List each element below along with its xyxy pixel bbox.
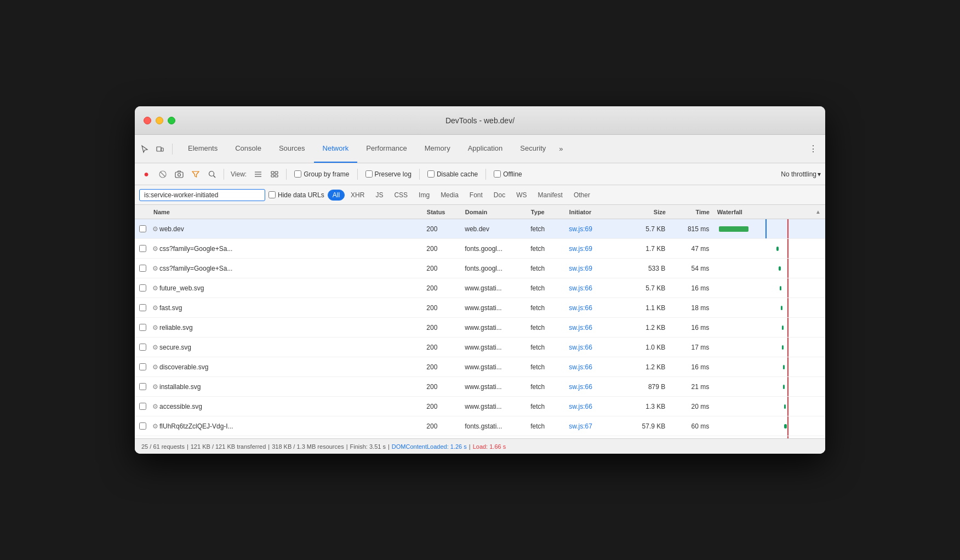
minimize-button[interactable]: [156, 117, 163, 124]
table-row[interactable]: ⚙ discoverable.svg 200 www.gstati... fet…: [135, 357, 825, 377]
col-waterfall-header[interactable]: Waterfall ▲: [714, 209, 825, 215]
col-status-header[interactable]: Status: [424, 209, 462, 215]
row-initiator-cell[interactable]: sw.js:66: [565, 383, 626, 391]
row-initiator-cell[interactable]: sw.js:66: [565, 284, 626, 292]
record-button[interactable]: ●: [139, 167, 153, 181]
disable-cache-checkbox[interactable]: [427, 170, 435, 178]
row-initiator-cell[interactable]: sw.js:69: [565, 265, 626, 272]
row-checkbox-cell[interactable]: [135, 245, 151, 252]
row-name-cell[interactable]: ⚙ accessible.svg: [151, 403, 423, 410]
tab-elements[interactable]: Elements: [179, 135, 226, 163]
col-name-header[interactable]: Name: [151, 209, 424, 215]
row-name-cell[interactable]: ⚙ flUhRq6tzZclQEJ-Vdg-I...: [151, 422, 423, 430]
row-checkbox-cell[interactable]: [135, 265, 151, 272]
tab-network[interactable]: Network: [314, 135, 358, 163]
tree-view-button[interactable]: [267, 167, 282, 181]
filter-media-button[interactable]: Media: [436, 190, 464, 201]
throttling-select[interactable]: No throttling ▾: [781, 170, 821, 178]
filter-manifest-button[interactable]: Manifest: [533, 190, 568, 201]
col-domain-header[interactable]: Domain: [462, 209, 528, 215]
disable-cache-checkbox-group[interactable]: Disable cache: [427, 170, 478, 178]
hide-data-urls-group[interactable]: Hide data URLs: [268, 191, 324, 199]
row-checkbox[interactable]: [139, 363, 146, 370]
row-checkbox-cell[interactable]: [135, 225, 151, 232]
row-checkbox-cell[interactable]: [135, 363, 151, 370]
tab-application[interactable]: Application: [459, 135, 512, 163]
filter-img-button[interactable]: Img: [414, 190, 435, 201]
offline-checkbox[interactable]: [494, 170, 501, 178]
filter-other-button[interactable]: Other: [569, 190, 595, 201]
hide-data-urls-checkbox[interactable]: [268, 191, 276, 198]
row-initiator-cell[interactable]: sw.js:67: [565, 422, 626, 430]
col-size-header[interactable]: Size: [626, 209, 670, 215]
more-tabs-button[interactable]: »: [555, 135, 567, 163]
filter-input[interactable]: [139, 189, 265, 201]
device-toggle-icon[interactable]: [155, 144, 165, 155]
row-checkbox[interactable]: [139, 265, 146, 272]
row-checkbox[interactable]: [139, 304, 146, 311]
row-checkbox[interactable]: [139, 344, 146, 351]
cursor-icon[interactable]: [139, 144, 150, 155]
group-by-frame-checkbox-group[interactable]: Group by frame: [294, 170, 349, 178]
row-name-cell[interactable]: ⚙ web.dev: [151, 225, 423, 233]
row-checkbox[interactable]: [139, 383, 146, 390]
col-time-header[interactable]: Time: [670, 209, 714, 215]
row-initiator-cell[interactable]: sw.js:69: [565, 245, 626, 253]
filter-font-button[interactable]: Font: [465, 190, 488, 201]
col-initiator-header[interactable]: Initiator: [566, 209, 626, 215]
row-name-cell[interactable]: ⚙ installable.svg: [151, 383, 423, 391]
filter-js-button[interactable]: JS: [370, 190, 388, 201]
row-checkbox-cell[interactable]: [135, 422, 151, 430]
row-name-cell[interactable]: ⚙ discoverable.svg: [151, 363, 423, 371]
preserve-log-checkbox-group[interactable]: Preserve log: [365, 170, 412, 178]
camera-button[interactable]: [172, 167, 186, 181]
row-checkbox[interactable]: [139, 225, 146, 232]
row-name-cell[interactable]: ⚙ secure.svg: [151, 344, 423, 351]
table-row[interactable]: ⚙ accessible.svg 200 www.gstati... fetch…: [135, 397, 825, 416]
tab-performance[interactable]: Performance: [357, 135, 415, 163]
row-name-cell[interactable]: ⚙ css?family=Google+Sa...: [151, 265, 423, 272]
table-row[interactable]: ⚙ future_web.svg 200 www.gstati... fetch…: [135, 278, 825, 298]
table-row[interactable]: ⚙ web.dev 200 web.dev fetch sw.js:69 5.7…: [135, 219, 825, 239]
settings-menu-button[interactable]: ⋮: [805, 141, 821, 157]
row-checkbox[interactable]: [139, 245, 146, 252]
row-checkbox-cell[interactable]: [135, 344, 151, 351]
table-row[interactable]: ⚙ css?family=Google+Sa... 200 fonts.goog…: [135, 259, 825, 278]
row-checkbox-cell[interactable]: [135, 324, 151, 331]
row-checkbox[interactable]: [139, 422, 146, 430]
row-initiator-cell[interactable]: sw.js:66: [565, 324, 626, 332]
row-checkbox[interactable]: [139, 324, 146, 331]
list-view-button[interactable]: [251, 167, 265, 181]
tab-sources[interactable]: Sources: [270, 135, 314, 163]
row-initiator-cell[interactable]: sw.js:66: [565, 363, 626, 371]
filter-doc-button[interactable]: Doc: [489, 190, 510, 201]
table-row[interactable]: ⚙ flUhRq6tzZclQEJ-Vdg-I... 200 fonts.gst…: [135, 416, 825, 436]
group-by-frame-checkbox[interactable]: [294, 170, 301, 178]
col-type-header[interactable]: Type: [528, 209, 566, 215]
row-name-cell[interactable]: ⚙ css?family=Google+Sa...: [151, 245, 423, 253]
filter-ws-button[interactable]: WS: [511, 190, 532, 201]
maximize-button[interactable]: [168, 117, 175, 124]
row-name-cell[interactable]: ⚙ reliable.svg: [151, 324, 423, 332]
row-initiator-cell[interactable]: sw.js:66: [565, 304, 626, 312]
offline-checkbox-group[interactable]: Offline: [494, 170, 522, 178]
row-name-cell[interactable]: ⚙ future_web.svg: [151, 284, 423, 292]
row-checkbox-cell[interactable]: [135, 383, 151, 390]
stop-button[interactable]: [156, 167, 170, 181]
table-row[interactable]: ⚙ fast.svg 200 www.gstati... fetch sw.js…: [135, 298, 825, 318]
tab-memory[interactable]: Memory: [416, 135, 459, 163]
close-button[interactable]: [144, 117, 151, 124]
row-checkbox-cell[interactable]: [135, 304, 151, 311]
preserve-log-checkbox[interactable]: [365, 170, 373, 178]
tab-security[interactable]: Security: [511, 135, 555, 163]
table-row[interactable]: ⚙ secure.svg 200 www.gstati... fetch sw.…: [135, 338, 825, 357]
row-checkbox[interactable]: [139, 403, 146, 410]
table-row[interactable]: ⚙ reliable.svg 200 www.gstati... fetch s…: [135, 318, 825, 338]
row-checkbox-cell[interactable]: [135, 284, 151, 292]
waterfall-sort-icon[interactable]: ▲: [815, 209, 825, 215]
search-button[interactable]: [205, 167, 219, 181]
filter-css-button[interactable]: CSS: [389, 190, 413, 201]
filter-button[interactable]: [188, 167, 203, 181]
filter-xhr-button[interactable]: XHR: [346, 190, 369, 201]
row-initiator-cell[interactable]: sw.js:66: [565, 344, 626, 351]
